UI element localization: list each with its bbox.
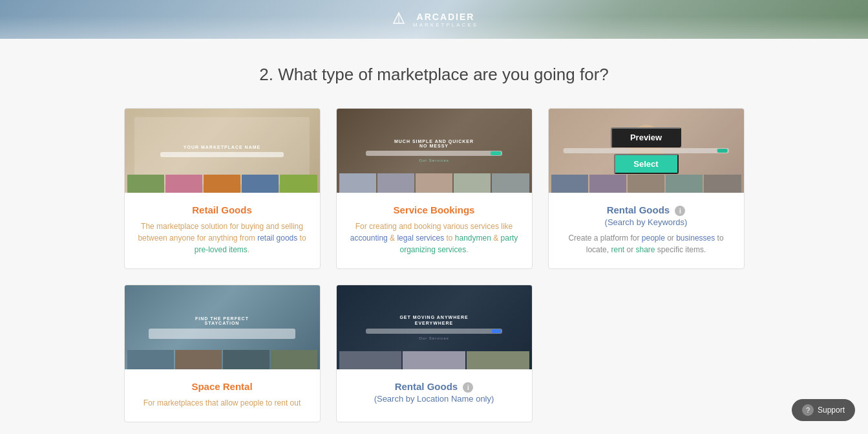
- rental2-img-3: [467, 351, 529, 369]
- card-desc-retail: The marketplace solution for buying and …: [138, 221, 307, 255]
- space-img-3: [223, 350, 270, 369]
- empty-card-slot: [548, 285, 745, 422]
- cards-row-2: FIND THE PERFECTSTAYCATION Space Rental …: [124, 285, 745, 422]
- rental2-img-2: [403, 351, 465, 369]
- service-img-5: [492, 173, 529, 193]
- main-content: 2. What type of marketplace are you goin…: [0, 39, 868, 434]
- info-icon-rental2[interactable]: i: [463, 382, 473, 393]
- card-subtitle-rental: (Search by Keywords): [605, 217, 688, 227]
- thumb-service-label: Our Services: [419, 158, 449, 162]
- card-content-retail: Retail Goods The marketplace solution fo…: [125, 193, 320, 268]
- thumb-rental2-btn: [492, 329, 501, 333]
- card-title-space: Space Rental: [138, 381, 307, 392]
- card-rental-goods-location[interactable]: GET MOVING ANYWHEREEVERYWHERE Our Servic…: [336, 285, 533, 422]
- card-service-bookings[interactable]: MUCH SIMPLE AND QUICKERNO MESSY Our Serv…: [336, 108, 533, 269]
- brand-sub: MARKETPLACES: [413, 22, 478, 28]
- card-thumb-rental2: GET MOVING ANYWHEREEVERYWHERE Our Servic…: [337, 285, 532, 369]
- service-img-3: [416, 173, 452, 193]
- card-thumb-rental: Preview Select: [549, 109, 744, 193]
- thumb-retail-search: [160, 152, 283, 157]
- retail-img-5: [280, 175, 317, 193]
- cards-row-1: YOUR MARKETPLACE NAME Retail Goods The m…: [124, 108, 745, 269]
- thumb-space-images: [125, 350, 320, 369]
- card-overlay-rental: Preview Select: [549, 109, 744, 193]
- card-title-rental: Rental Goods i (Search by Keywords): [562, 204, 731, 227]
- header: ARCADIER MARKETPLACES: [0, 0, 868, 39]
- space-img-4: [271, 350, 317, 369]
- preview-button[interactable]: Preview: [611, 127, 681, 147]
- card-title-service: Service Bookings: [350, 204, 519, 215]
- thumb-retail-title: YOUR MARKETPLACE NAME: [184, 145, 260, 149]
- card-title-rental2-text: Rental Goods: [395, 381, 458, 392]
- logo-text: ARCADIER MARKETPLACES: [413, 12, 478, 28]
- service-img-1: [339, 173, 376, 193]
- thumb-service-title-text: MUCH SIMPLE AND QUICKERNO MESSY: [394, 139, 474, 148]
- card-rental-goods-keyword[interactable]: Preview Select Rental Goods i (Search by…: [548, 108, 745, 269]
- info-icon-rental[interactable]: i: [675, 206, 685, 216]
- support-icon-text: ?: [806, 406, 810, 414]
- thumb-space-title-text: FIND THE PERFECTSTAYCATION: [195, 316, 249, 325]
- card-desc-rental: Create a platform for people or business…: [562, 232, 731, 255]
- space-img-2: [175, 350, 222, 369]
- card-title-rental2: Rental Goods i (Search by Location Name …: [350, 381, 519, 404]
- card-title-space-text: Rental: [223, 381, 253, 392]
- card-thumb-retail: YOUR MARKETPLACE NAME: [125, 109, 320, 193]
- card-space-rental[interactable]: FIND THE PERFECTSTAYCATION Space Rental …: [124, 285, 321, 422]
- service-img-4: [454, 173, 491, 193]
- card-content-rental: Rental Goods i (Search by Keywords) Crea…: [549, 193, 744, 268]
- thumb-service-btn: [491, 151, 501, 155]
- thumb-service-images: [337, 173, 532, 193]
- brand-name: ARCADIER: [413, 12, 478, 22]
- retail-img-2: [165, 175, 202, 193]
- card-subtitle-rental2: (Search by Location Name only): [374, 394, 494, 404]
- space-img-1: [127, 350, 174, 369]
- logo: ARCADIER MARKETPLACES: [390, 10, 478, 28]
- rental2-img-1: [339, 351, 402, 369]
- thumb-retail-images: [125, 175, 320, 193]
- support-icon: ?: [802, 404, 814, 416]
- thumb-rental2-label: Our Services: [419, 336, 449, 340]
- thumb-space-search: [149, 329, 295, 339]
- card-thumb-space: FIND THE PERFECTSTAYCATION: [125, 285, 320, 369]
- card-content-rental2: Rental Goods i (Search by Location Name …: [337, 369, 532, 422]
- card-desc-space: For marketplaces that allow people to re…: [138, 397, 307, 409]
- card-retail-goods[interactable]: YOUR MARKETPLACE NAME Retail Goods The m…: [124, 108, 321, 269]
- card-content-service: Service Bookings For creating and bookin…: [337, 193, 532, 268]
- thumb-service-search: [366, 151, 502, 156]
- retail-img-1: [127, 175, 164, 193]
- select-button[interactable]: Select: [614, 154, 679, 174]
- card-title-rental-text: Rental Goods: [607, 204, 670, 215]
- thumb-rental2-title-text: GET MOVING ANYWHEREEVERYWHERE: [399, 314, 468, 326]
- retail-img-3: [204, 175, 240, 193]
- retail-img-4: [242, 175, 279, 193]
- service-img-2: [377, 173, 414, 193]
- card-content-space: Space Rental For marketplaces that allow…: [125, 369, 320, 422]
- support-button[interactable]: ? Support: [792, 399, 855, 421]
- logo-icon: [390, 10, 408, 28]
- card-desc-service: For creating and booking various service…: [350, 221, 519, 255]
- thumb-rental2-search: [366, 329, 502, 334]
- page-title: 2. What type of marketplace are you goin…: [13, 65, 855, 85]
- thumb-rental2-images: [337, 351, 532, 369]
- card-title-retail: Retail Goods: [138, 204, 307, 215]
- support-label: Support: [818, 406, 845, 415]
- card-thumb-service: MUCH SIMPLE AND QUICKERNO MESSY Our Serv…: [337, 109, 532, 193]
